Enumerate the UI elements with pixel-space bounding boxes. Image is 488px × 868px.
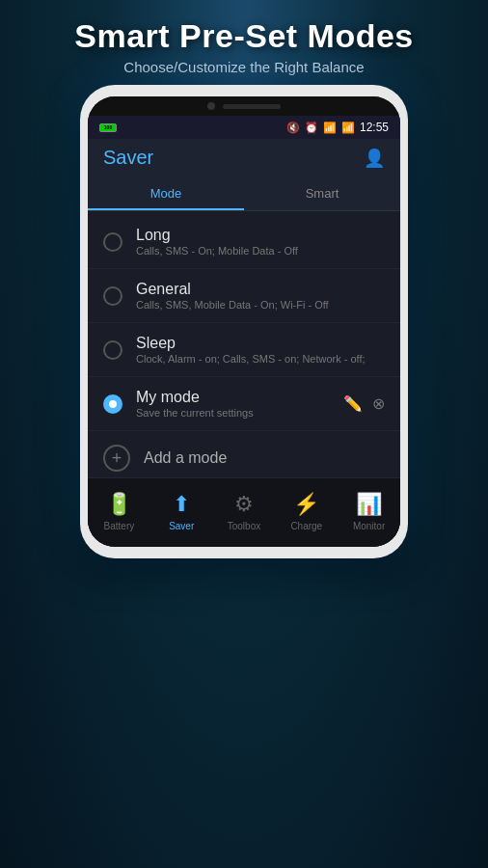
mode-desc-mymode: Save the current settings — [136, 407, 343, 419]
edit-icon[interactable]: ✏️ — [343, 394, 363, 413]
tabs-container: Mode Smart — [88, 176, 400, 211]
app-title: Saver — [103, 147, 153, 169]
camera-dot — [207, 102, 215, 110]
nav-charge[interactable]: ⚡ Charge — [278, 492, 336, 531]
battery-status-icon: 100 — [99, 123, 117, 132]
content-area: Long Calls, SMS - On; Mobile Data - Off … — [88, 211, 400, 489]
nav-monitor[interactable]: 📊 Monitor — [340, 492, 398, 531]
mode-name-sleep: Sleep — [136, 335, 385, 352]
status-left: 100 — [99, 123, 117, 132]
toolbox-nav-icon: ⚙ — [234, 492, 254, 517]
nav-battery[interactable]: 🔋 Battery — [90, 492, 148, 531]
radio-mymode[interactable] — [103, 394, 122, 414]
phone-inner: 100 🔇 ⏰ 📶 📶 12:55 Saver 👤 Mode — [88, 96, 400, 547]
mode-info-mymode: My mode Save the current settings — [136, 389, 343, 419]
status-bar: 100 🔇 ⏰ 📶 📶 12:55 — [88, 116, 400, 139]
page-subtitle: Choose/Customize the Right Balance — [19, 59, 469, 75]
radio-long[interactable] — [103, 232, 122, 252]
nav-saver-label: Saver — [169, 521, 194, 531]
radio-sleep[interactable] — [103, 340, 122, 360]
signal-icon: 📶 — [341, 122, 355, 134]
mode-name-long: Long — [136, 227, 385, 244]
mode-name-mymode: My mode — [136, 389, 343, 406]
mode-item-sleep[interactable]: Sleep Clock, Alarm - on; Calls, SMS - on… — [88, 323, 400, 377]
status-right: 🔇 ⏰ 📶 📶 12:55 — [286, 121, 389, 134]
delete-icon[interactable]: ⊗ — [372, 394, 385, 413]
wifi-icon: 📶 — [323, 122, 337, 134]
mode-item-long[interactable]: Long Calls, SMS - On; Mobile Data - Off — [88, 215, 400, 269]
mute-icon: 🔇 — [286, 122, 300, 134]
charge-nav-icon: ⚡ — [293, 492, 319, 517]
nav-monitor-label: Monitor — [353, 521, 385, 531]
mode-info-general: General Calls, SMS, Mobile Data - On; Wi… — [136, 281, 385, 311]
mode-desc-long: Calls, SMS - On; Mobile Data - Off — [136, 245, 385, 257]
mode-info-sleep: Sleep Clock, Alarm - on; Calls, SMS - on… — [136, 335, 385, 365]
page-title: Smart Pre-Set Modes — [19, 17, 469, 55]
mode-item-mymode[interactable]: My mode Save the current settings ✏️ ⊗ — [88, 377, 400, 431]
mode-name-general: General — [136, 281, 385, 298]
nav-charge-label: Charge — [290, 521, 322, 531]
radio-general[interactable] — [103, 286, 122, 306]
battery-nav-icon: 🔋 — [106, 492, 132, 517]
time-display: 12:55 — [360, 121, 389, 134]
app-header: Saver 👤 — [88, 139, 400, 176]
mode-desc-general: Calls, SMS, Mobile Data - On; Wi-Fi - Of… — [136, 299, 385, 311]
speaker-bar — [223, 104, 281, 109]
mode-info-long: Long Calls, SMS - On; Mobile Data - Off — [136, 227, 385, 257]
nav-saver[interactable]: ⬆ Saver — [152, 492, 210, 531]
header-area: Smart Pre-Set Modes Choose/Customize the… — [0, 0, 488, 85]
add-mode-label: Add a mode — [144, 449, 227, 467]
bottom-nav: 🔋 Battery ⬆ Saver ⚙ Toolbox ⚡ Charge 📊 — [88, 477, 400, 547]
phone-mockup: 100 🔇 ⏰ 📶 📶 12:55 Saver 👤 Mode — [80, 85, 408, 558]
mode-desc-sleep: Clock, Alarm - on; Calls, SMS - on; Netw… — [136, 353, 385, 365]
nav-toolbox[interactable]: ⚙ Toolbox — [215, 492, 273, 531]
phone-top-bar — [88, 96, 400, 116]
profile-icon[interactable]: 👤 — [364, 148, 385, 169]
alarm-icon: ⏰ — [305, 122, 318, 134]
nav-toolbox-label: Toolbox — [228, 521, 260, 531]
tab-smart[interactable]: Smart — [244, 176, 400, 210]
tab-mode[interactable]: Mode — [88, 176, 244, 210]
phone-outer: 100 🔇 ⏰ 📶 📶 12:55 Saver 👤 Mode — [80, 85, 408, 558]
mode-actions-mymode: ✏️ ⊗ — [343, 394, 385, 413]
mode-item-general[interactable]: General Calls, SMS, Mobile Data - On; Wi… — [88, 269, 400, 323]
nav-battery-label: Battery — [104, 521, 135, 531]
monitor-nav-icon: 📊 — [356, 492, 382, 517]
add-circle-icon: + — [103, 445, 130, 472]
saver-nav-icon: ⬆ — [173, 492, 190, 517]
